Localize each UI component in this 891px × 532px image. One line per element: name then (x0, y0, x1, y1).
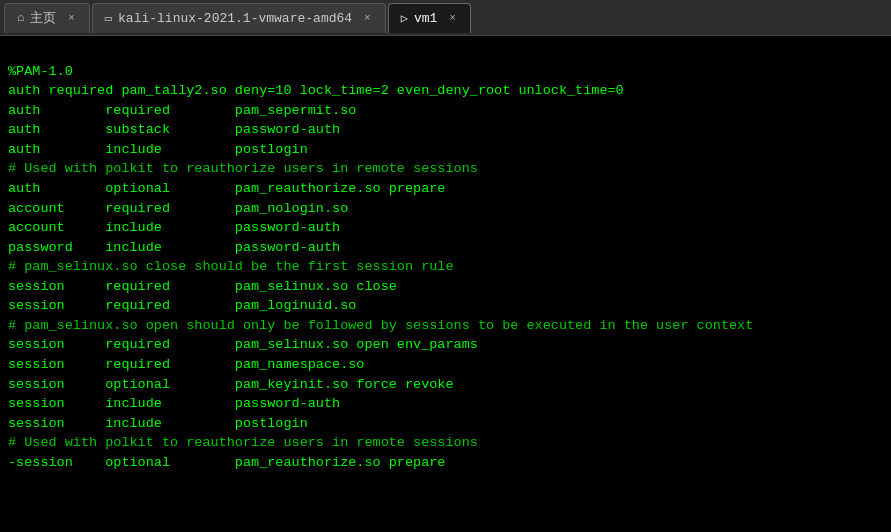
tab-vm1-icon: ▷ (401, 11, 408, 26)
terminal-line-5: # Used with polkit to reauthorize users … (8, 159, 883, 179)
terminal-line-19: # Used with polkit to reauthorize users … (8, 433, 883, 453)
tab-vm1-close[interactable]: × (447, 12, 458, 24)
tab-home-icon: ⌂ (17, 11, 24, 25)
tab-vm1-label: vm1 (414, 11, 437, 26)
terminal-line-0: %PAM-1.0 (8, 62, 883, 82)
terminal-line-6: auth optional pam_reauthorize.so prepare (8, 179, 883, 199)
tab-kali-icon: ▭ (105, 11, 112, 26)
terminal-line-17: session include password-auth (8, 394, 883, 414)
terminal-line-1: auth required pam_tally2.so deny=10 lock… (8, 81, 883, 101)
tab-kali-label: kali-linux-2021.1-vmware-amd64 (118, 11, 352, 26)
terminal-line-8: account include password-auth (8, 218, 883, 238)
terminal-content: %PAM-1.0auth required pam_tally2.so deny… (0, 36, 891, 532)
terminal-line-14: session required pam_selinux.so open env… (8, 335, 883, 355)
terminal-line-9: password include password-auth (8, 238, 883, 258)
terminal-line-3: auth substack password-auth (8, 120, 883, 140)
terminal-line-16: session optional pam_keyinit.so force re… (8, 375, 883, 395)
terminal-line-13: # pam_selinux.so open should only be fol… (8, 316, 883, 336)
tab-kali-close[interactable]: × (362, 12, 373, 24)
terminal-line-15: session required pam_namespace.so (8, 355, 883, 375)
tab-vm1[interactable]: ▷vm1× (388, 3, 471, 33)
terminal-line-2: auth required pam_sepermit.so (8, 101, 883, 121)
tab-bar: ⌂主页×▭kali-linux-2021.1-vmware-amd64×▷vm1… (0, 0, 891, 36)
tab-kali[interactable]: ▭kali-linux-2021.1-vmware-amd64× (92, 3, 386, 33)
tab-home-label: 主页 (30, 9, 56, 27)
tab-home-close[interactable]: × (66, 12, 77, 24)
tab-home[interactable]: ⌂主页× (4, 3, 90, 33)
terminal-line-7: account required pam_nologin.so (8, 199, 883, 219)
terminal-line-18: session include postlogin (8, 414, 883, 434)
terminal-line-4: auth include postlogin (8, 140, 883, 160)
terminal-line-11: session required pam_selinux.so close (8, 277, 883, 297)
terminal-line-10: # pam_selinux.so close should be the fir… (8, 257, 883, 277)
terminal-line-20: -session optional pam_reauthorize.so pre… (8, 453, 883, 473)
terminal-line-12: session required pam_loginuid.so (8, 296, 883, 316)
